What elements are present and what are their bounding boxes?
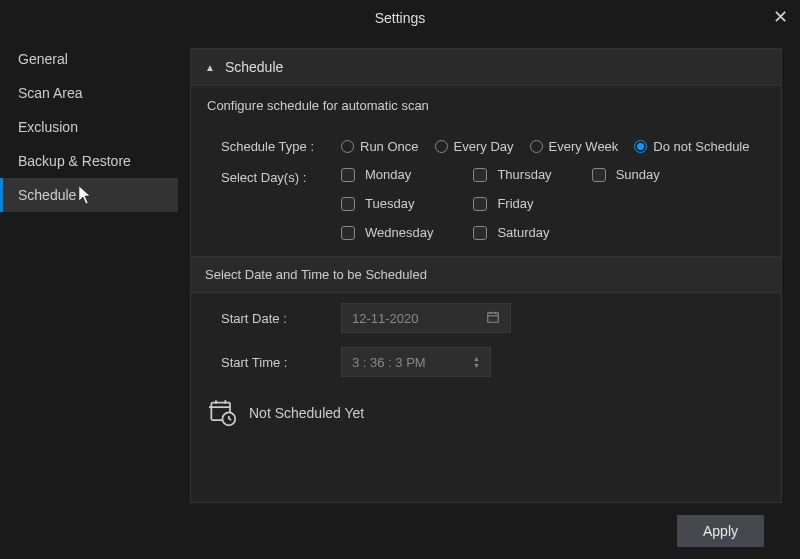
cursor-icon: [79, 186, 95, 206]
start-date-row: Start Date : 12-11-2020: [191, 293, 781, 337]
close-icon[interactable]: ✕: [773, 8, 788, 26]
checkbox-label: Wednesday: [365, 225, 433, 240]
radio-every-week[interactable]: Every Week: [530, 139, 619, 154]
checkbox-wednesday[interactable]: Wednesday: [341, 225, 433, 240]
checkbox-thursday[interactable]: Thursday: [473, 167, 551, 182]
sidebar: General Scan Area Exclusion Backup & Res…: [0, 36, 178, 559]
checkbox-label: Friday: [497, 196, 533, 211]
apply-button[interactable]: Apply: [677, 515, 764, 547]
days-col-1: Monday Tuesday Wednesday: [341, 167, 433, 240]
checkbox-icon: [473, 226, 487, 240]
checkbox-label: Saturday: [497, 225, 549, 240]
panel-subtitle: Configure schedule for automatic scan: [191, 86, 781, 131]
main: ▲ Schedule Configure schedule for automa…: [178, 36, 800, 559]
panel-title: Schedule: [225, 59, 283, 75]
schedule-type-label: Schedule Type :: [221, 139, 341, 154]
checkbox-icon: [592, 168, 606, 182]
footer: Apply: [190, 503, 782, 559]
window-title: Settings: [375, 10, 426, 26]
start-date-value: 12-11-2020: [352, 311, 419, 326]
radio-label: Every Week: [549, 139, 619, 154]
sidebar-item-backup-restore[interactable]: Backup & Restore: [0, 144, 178, 178]
svg-rect-0: [488, 312, 499, 321]
start-time-label: Start Time :: [221, 355, 341, 370]
radio-label: Every Day: [454, 139, 514, 154]
titlebar: Settings ✕: [0, 0, 800, 36]
radio-label: Run Once: [360, 139, 419, 154]
schedule-status-icon: [209, 399, 237, 427]
checkbox-icon: [341, 168, 355, 182]
days-col-3: Sunday: [592, 167, 660, 240]
schedule-panel: ▲ Schedule Configure schedule for automa…: [190, 48, 782, 503]
checkbox-label: Sunday: [616, 167, 660, 182]
radio-do-not-schedule[interactable]: Do not Schedule: [634, 139, 749, 154]
days-col-2: Thursday Friday Saturday: [473, 167, 551, 240]
sidebar-item-label: Backup & Restore: [18, 153, 131, 169]
sidebar-item-exclusion[interactable]: Exclusion: [0, 110, 178, 144]
calendar-icon[interactable]: [486, 310, 500, 327]
schedule-type-row: Schedule Type : Run Once Every Day Every…: [191, 131, 781, 162]
radio-icon: [341, 140, 354, 153]
svg-line-10: [229, 419, 231, 420]
days-grid: Monday Tuesday Wednesday Thursday Friday…: [191, 167, 781, 240]
checkbox-saturday[interactable]: Saturday: [473, 225, 551, 240]
radio-icon: [634, 140, 647, 153]
sidebar-item-label: Scan Area: [18, 85, 83, 101]
status-row: Not Scheduled Yet: [191, 381, 781, 427]
status-text: Not Scheduled Yet: [249, 405, 364, 421]
radio-icon: [435, 140, 448, 153]
checkbox-icon: [473, 168, 487, 182]
checkbox-friday[interactable]: Friday: [473, 196, 551, 211]
spinner-icon[interactable]: ▲▼: [473, 355, 480, 369]
radio-every-day[interactable]: Every Day: [435, 139, 514, 154]
start-time-row: Start Time : 3 : 36 : 3 PM ▲▼: [191, 337, 781, 381]
checkbox-label: Thursday: [497, 167, 551, 182]
checkbox-monday[interactable]: Monday: [341, 167, 433, 182]
start-time-input[interactable]: 3 : 36 : 3 PM ▲▼: [341, 347, 491, 377]
sidebar-item-label: General: [18, 51, 68, 67]
checkbox-sunday[interactable]: Sunday: [592, 167, 660, 182]
panel-header[interactable]: ▲ Schedule: [191, 49, 781, 86]
checkbox-label: Monday: [365, 167, 411, 182]
start-date-input[interactable]: 12-11-2020: [341, 303, 511, 333]
checkbox-tuesday[interactable]: Tuesday: [341, 196, 433, 211]
sidebar-item-scan-area[interactable]: Scan Area: [0, 76, 178, 110]
section-datetime-header: Select Date and Time to be Scheduled: [191, 256, 781, 293]
sidebar-item-label: Exclusion: [18, 119, 78, 135]
sidebar-item-schedule[interactable]: Schedule: [0, 178, 178, 212]
content: General Scan Area Exclusion Backup & Res…: [0, 36, 800, 559]
radio-label: Do not Schedule: [653, 139, 749, 154]
schedule-type-radios: Run Once Every Day Every Week Do not Sch…: [341, 139, 749, 154]
sidebar-item-label: Schedule: [18, 187, 76, 203]
chevron-up-icon: ▲: [205, 62, 215, 73]
radio-icon: [530, 140, 543, 153]
checkbox-label: Tuesday: [365, 196, 414, 211]
sidebar-item-general[interactable]: General: [0, 42, 178, 76]
start-date-label: Start Date :: [221, 311, 341, 326]
checkbox-icon: [341, 197, 355, 211]
radio-run-once[interactable]: Run Once: [341, 139, 419, 154]
checkbox-icon: [341, 226, 355, 240]
start-time-value: 3 : 36 : 3 PM: [352, 355, 426, 370]
checkbox-icon: [473, 197, 487, 211]
